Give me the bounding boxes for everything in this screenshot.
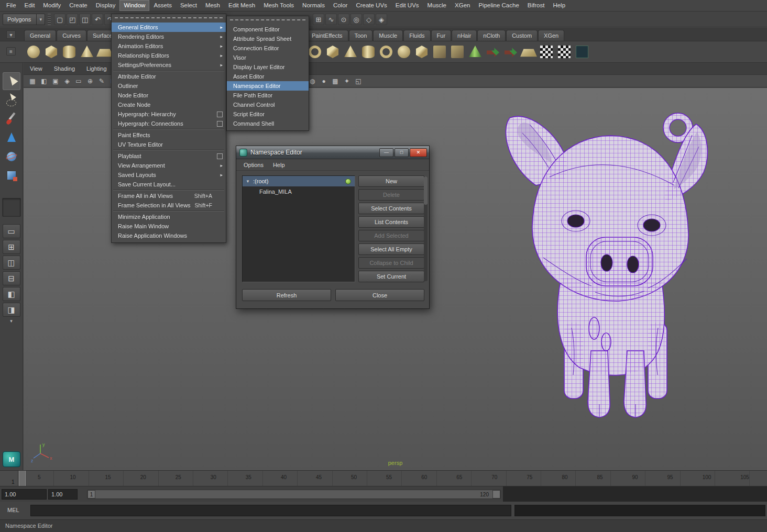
menu-item-hypergraph-hierarchy[interactable]: Hypergraph: Hierarchy [112, 109, 226, 119]
menu-edit-uvs[interactable]: Edit UVs [391, 0, 423, 11]
panel-menu-view[interactable]: View [30, 65, 42, 72]
menu-xgen[interactable]: XGen [451, 0, 474, 11]
menu-item-create-node[interactable]: Create Node [112, 100, 226, 109]
shelf-menu-icon[interactable]: ≡ [6, 47, 16, 56]
menu-muscle[interactable]: Muscle [423, 0, 451, 11]
last-tool-slot[interactable] [2, 198, 21, 217]
menu-item-hypergraph-connections[interactable]: Hypergraph: Connections [112, 119, 226, 128]
menu-item-general-editors[interactable]: General Editors ▸ [112, 23, 226, 32]
menu-mesh[interactable]: Mesh [201, 0, 224, 11]
snap-to-curves-icon[interactable]: ∿ [325, 14, 337, 25]
menu-item-view-arrangement[interactable]: View Arrangement ▸ [112, 161, 226, 170]
menu-window[interactable]: Window [119, 0, 149, 11]
menu-item-saved-layouts[interactable]: Saved Layouts ▸ [112, 170, 226, 180]
toolbar-grip[interactable] [48, 14, 51, 25]
shelf-tab-switch-icon[interactable]: ▾ [6, 30, 16, 39]
isolate-select-icon[interactable]: ◱ [353, 76, 364, 86]
menu-file[interactable]: File [2, 0, 20, 11]
open-scene-icon[interactable]: ◰ [67, 14, 78, 25]
namespace-root-row[interactable]: ▼ :(root) [243, 176, 355, 186]
menu-create-uvs[interactable]: Create UVs [352, 0, 391, 11]
submenu-item-command-shell[interactable]: Command Shell [227, 119, 309, 128]
move-tool-button[interactable] [3, 129, 20, 147]
shelf-tab-fluids[interactable]: Fluids [403, 30, 430, 41]
range-slider-track[interactable]: 1 120 [87, 490, 501, 499]
menu-item-raise-application-windows[interactable]: Raise Application Windows [112, 231, 226, 240]
submenu-item-visor[interactable]: Visor [227, 53, 309, 62]
menu-modify[interactable]: Modify [39, 0, 65, 11]
close-button[interactable]: Close [335, 289, 424, 301]
menu-item-attribute-editor[interactable]: Attribute Editor [112, 72, 226, 81]
menu-create[interactable]: Create [65, 0, 92, 11]
menu-item-uv-texture-editor[interactable]: UV Texture Editor [112, 140, 226, 149]
shelf-tab-xgen[interactable]: XGen [538, 30, 564, 41]
animation-start-field[interactable] [2, 489, 47, 500]
scale-tool-button[interactable] [3, 167, 20, 184]
poly-prism-icon[interactable] [324, 43, 341, 60]
extrude-tool-icon[interactable] [431, 43, 448, 60]
undo-icon[interactable]: ↶ [92, 14, 103, 25]
layout-menu-arrow-icon[interactable]: ▾ [3, 318, 20, 324]
submenu-item-asset-editor[interactable]: Asset Editor [227, 72, 309, 81]
lock-camera-icon[interactable]: ◧ [39, 76, 49, 86]
menu-pipeline-cache[interactable]: Pipeline Cache [474, 0, 523, 11]
menu-item-animation-editors[interactable]: Animation Editors ▸ [112, 41, 226, 51]
snap-to-grids-icon[interactable]: ⊞ [313, 14, 324, 25]
menu-mesh-tools[interactable]: Mesh Tools [259, 0, 298, 11]
lights-display-icon[interactable]: ✦ [342, 76, 352, 86]
scrollbar[interactable] [424, 176, 428, 281]
poly-cylinder-icon[interactable] [61, 43, 78, 60]
submenu-item-display-layer-editor[interactable]: Display Layer Editor [227, 62, 309, 72]
new-scene-icon[interactable]: ▢ [54, 14, 65, 25]
range-end-handle[interactable] [492, 490, 500, 498]
shelf-tab-custom[interactable]: Custom [506, 30, 538, 41]
menu-set-dropdown[interactable]: Polygons ▾ [3, 14, 45, 25]
refresh-button[interactable]: Refresh [242, 289, 331, 301]
poly-sphere-icon[interactable] [25, 43, 42, 60]
titlebar-minimize-button[interactable]: — [379, 148, 393, 157]
menu-item-relationship-editors[interactable]: Relationship Editors ▸ [112, 51, 226, 60]
collapse-to-child-button[interactable]: Collapse to Child [358, 257, 424, 269]
titlebar-close-button[interactable]: ✕ [410, 148, 427, 157]
menu-item-node-editor[interactable]: Node Editor [112, 91, 226, 100]
namespace-editor-titlebar[interactable]: Namespace Editor —□✕ [236, 146, 429, 159]
separate-tool-icon[interactable] [502, 43, 519, 60]
image-plane-icon[interactable]: ▭ [73, 76, 84, 86]
menu-color[interactable]: Color [329, 0, 352, 11]
single-pane-layout-button[interactable]: ▭ [3, 224, 20, 238]
current-time-marker[interactable] [19, 471, 26, 486]
menu-assets[interactable]: Assets [149, 0, 176, 11]
poly-soccer-ball-icon[interactable] [396, 43, 412, 60]
select-contents-button[interactable]: Select Contents [358, 203, 424, 214]
camera-attributes-icon[interactable]: ▣ [50, 76, 61, 86]
menu-normals[interactable]: Normals [298, 0, 329, 11]
menu-tearoff-handle[interactable] [230, 19, 305, 22]
shelf-tab-muscle[interactable]: Muscle [373, 30, 403, 41]
pig-wireframe-model[interactable] [488, 103, 718, 433]
poly-platonic-icon[interactable] [413, 43, 430, 60]
menu-item-outliner[interactable]: Outliner [112, 81, 226, 91]
command-line-mode-label[interactable]: MEL [7, 507, 19, 513]
dialog-menu-help[interactable]: Help [269, 161, 289, 169]
menu-item-playblast[interactable]: Playblast [112, 151, 226, 161]
menu-item-frame-selection-in-all-views[interactable]: Frame Selection in All Views Shift+F [112, 201, 226, 210]
new-button[interactable]: New [358, 175, 424, 187]
titlebar-maximize-button[interactable]: □ [395, 148, 409, 157]
namespace-item-falina-mila[interactable]: Falina_MILA [243, 186, 355, 197]
shelf-tab-ncloth[interactable]: nCloth [477, 30, 506, 41]
playback-start-field[interactable] [48, 489, 78, 500]
snap-to-projected-center-icon[interactable]: ◎ [350, 14, 362, 25]
uv-checker-icon[interactable] [538, 43, 555, 60]
menu-edit-mesh[interactable]: Edit Mesh [224, 0, 259, 11]
texture-checker-icon[interactable] [556, 43, 573, 60]
three-pane-layout-button[interactable]: ◧ [3, 287, 20, 301]
shelf-tab-curves[interactable]: Curves [57, 30, 86, 41]
save-scene-icon[interactable]: ◫ [79, 14, 91, 25]
submenu-item-file-path-editor[interactable]: File Path Editor [227, 91, 309, 100]
two-pane-side-layout-button[interactable]: ◫ [3, 256, 20, 270]
select-tool-button[interactable] [3, 72, 20, 90]
submenu-item-connection-editor[interactable]: Connection Editor [227, 43, 309, 53]
menu-item-settings-preferences[interactable]: Settings/Preferences ▸ [112, 60, 226, 70]
command-line-output[interactable] [514, 505, 765, 516]
panel-menu-lighting[interactable]: Lighting [86, 65, 107, 72]
